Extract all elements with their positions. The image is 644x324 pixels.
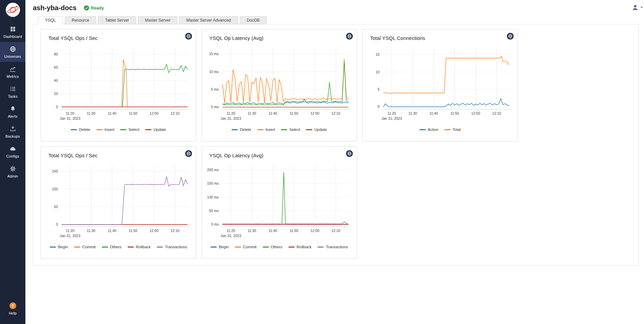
svg-text:12:10: 12:10 (492, 111, 501, 115)
universes-icon (9, 46, 16, 52)
svg-text:Jan 31, 2023: Jan 31, 2023 (60, 116, 81, 120)
legend-item-insert[interactable]: Insert (96, 128, 114, 132)
tab-master-server[interactable]: Master Server (138, 16, 177, 24)
svg-text:Jan 31, 2023: Jan 31, 2023 (221, 234, 241, 238)
sidebar-item-metrics[interactable]: Metrics (0, 62, 25, 82)
svg-text:11:40: 11:40 (269, 229, 277, 233)
chart-canvas[interactable]: 02040608011:2011:3011:4011:5012:0012:10J… (43, 42, 194, 128)
svg-text:12:10: 12:10 (331, 111, 340, 115)
legend-item-begin[interactable]: Begin (50, 245, 68, 249)
sidebar-item-help[interactable]: ? Help (0, 299, 25, 319)
legend-item-commit[interactable]: Commit (235, 245, 257, 249)
sidebar-item-admin[interactable]: Admin (0, 162, 25, 182)
panel-total-ysql-ops: Total YSQL Ops / Sec 02040608011:2011:30… (41, 29, 196, 141)
chart-options-icon[interactable] (507, 32, 514, 40)
panel-total-ysql-ops-transactions: Total YSQL Ops / Sec 05010015011:2011:30… (41, 146, 196, 259)
chart-canvas[interactable]: 0 ms5 ms10 ms15 ms11:2011:3011:4011:5012… (204, 42, 355, 128)
metrics-icon (9, 66, 16, 72)
svg-text:12:10: 12:10 (331, 229, 340, 233)
tab-ysql[interactable]: YSQL (38, 16, 63, 24)
legend-item-transactions[interactable]: Transactions (318, 245, 348, 249)
svg-text:11:40: 11:40 (429, 111, 438, 115)
sidebar-item-universes[interactable]: Universes (0, 42, 25, 62)
tab-tablet-server[interactable]: Tablet Server (98, 16, 136, 24)
legend-item-update[interactable]: Update (145, 128, 166, 132)
legend-item-delete[interactable]: Delete (71, 128, 90, 132)
legend-label: Update (314, 128, 327, 132)
legend-item-update[interactable]: Update (306, 128, 327, 132)
legend-item-total[interactable]: Total (445, 128, 461, 132)
svg-text:5 ms: 5 ms (211, 87, 219, 91)
sidebar-item-label: Universes (4, 54, 21, 59)
legend-swatch (211, 247, 217, 248)
legend-item-commit[interactable]: Commit (74, 245, 96, 249)
chart-legend: BeginCommitOthersRollbackTransactions (41, 245, 196, 249)
svg-text:0: 0 (56, 105, 58, 109)
legend-label: Insert (265, 128, 275, 132)
legend-item-others[interactable]: Others (102, 245, 122, 249)
tab-master-server-advanced[interactable]: Master Server Advanced (179, 16, 238, 24)
tab-docdb[interactable]: DocDB (240, 16, 267, 24)
legend-item-active[interactable]: Active (420, 128, 438, 132)
legend-label: Delete (79, 128, 90, 132)
sidebar-item-dashboard[interactable]: Dashboard (0, 22, 25, 42)
user-menu[interactable] (631, 4, 643, 11)
svg-text:100 ms: 100 ms (207, 195, 219, 199)
legend-swatch (257, 129, 263, 130)
chart-legend: DeleteInsertSelectUpdate (41, 128, 196, 132)
svg-text:Jan 31, 2023: Jan 31, 2023 (382, 116, 402, 120)
legend-item-rollback[interactable]: Rollback (288, 245, 312, 249)
legend-label: Total (453, 128, 461, 132)
chart-grid: Total YSQL Ops / Sec 02040608011:2011:30… (33, 24, 639, 263)
legend-item-insert[interactable]: Insert (257, 128, 275, 132)
sidebar-item-alerts[interactable]: Alerts (0, 102, 25, 122)
svg-text:40: 40 (54, 78, 58, 83)
legend-item-begin[interactable]: Begin (211, 245, 229, 249)
legend-label: Begin (219, 245, 229, 249)
metrics-tabs: YSQL Resource Tablet Server Master Serve… (33, 16, 639, 24)
svg-text:0: 0 (378, 105, 380, 109)
chart-canvas[interactable]: 0 ms50 ms100 ms150 ms200 ms11:2011:3011:… (204, 160, 355, 245)
chart-options-icon[interactable] (346, 150, 353, 157)
legend-item-rollback[interactable]: Rollback (128, 245, 151, 249)
chart-canvas[interactable]: 05101511:2011:3011:4011:5012:0012:10Jan … (365, 42, 516, 128)
legend-item-transactions[interactable]: Transactions (157, 245, 187, 249)
panel-ysql-op-latency: YSQL Op Latency (Avg) 0 ms5 ms10 ms15 ms… (201, 29, 357, 141)
chart-options-icon[interactable] (346, 32, 353, 40)
alerts-icon (9, 106, 16, 112)
chart-canvas[interactable]: 05010015011:2011:3011:4011:5012:0012:10J… (43, 160, 194, 245)
sidebar-item-configs[interactable]: Configs (0, 142, 25, 162)
svg-text:15: 15 (375, 52, 380, 56)
chart-options-icon[interactable] (185, 150, 192, 157)
chart-title: YSQL Op Latency (Avg) (202, 29, 357, 41)
svg-text:5: 5 (378, 87, 380, 91)
legend-swatch (74, 247, 80, 248)
legend-item-select[interactable]: Select (281, 128, 300, 132)
chart-legend: BeginCommitOthersRollbackTransactions (202, 245, 357, 249)
topbar: ash-yba-docs Ready (25, 0, 644, 16)
planet-logo-icon (5, 2, 20, 17)
svg-text:150 ms: 150 ms (207, 181, 219, 185)
legend-item-select[interactable]: Select (120, 128, 139, 132)
yugabyte-logo[interactable] (5, 0, 20, 22)
svg-text:11:50: 11:50 (289, 229, 298, 233)
legend-label: Rollback (297, 245, 312, 249)
legend-swatch (120, 129, 126, 130)
help-icon: ? (9, 302, 16, 309)
sidebar-item-tasks[interactable]: Tasks (0, 82, 25, 102)
legend-item-delete[interactable]: Delete (232, 128, 251, 132)
legend-swatch (420, 129, 426, 130)
sidebar-item-backups[interactable]: Backups (0, 122, 25, 142)
tab-resource[interactable]: Resource (65, 16, 96, 24)
legend-swatch (232, 129, 238, 130)
svg-text:11:30: 11:30 (248, 111, 256, 115)
chart-options-icon[interactable] (185, 32, 192, 40)
sidebar-item-label: Admin (7, 174, 18, 178)
legend-item-others[interactable]: Others (263, 245, 283, 249)
svg-text:11:40: 11:40 (269, 111, 277, 115)
chart-title: Total YSQL Ops / Sec (41, 147, 196, 158)
legend-label: Begin (58, 245, 68, 249)
svg-text:11:40: 11:40 (108, 229, 116, 233)
admin-icon (9, 165, 16, 172)
svg-text:11:20: 11:20 (387, 111, 396, 115)
